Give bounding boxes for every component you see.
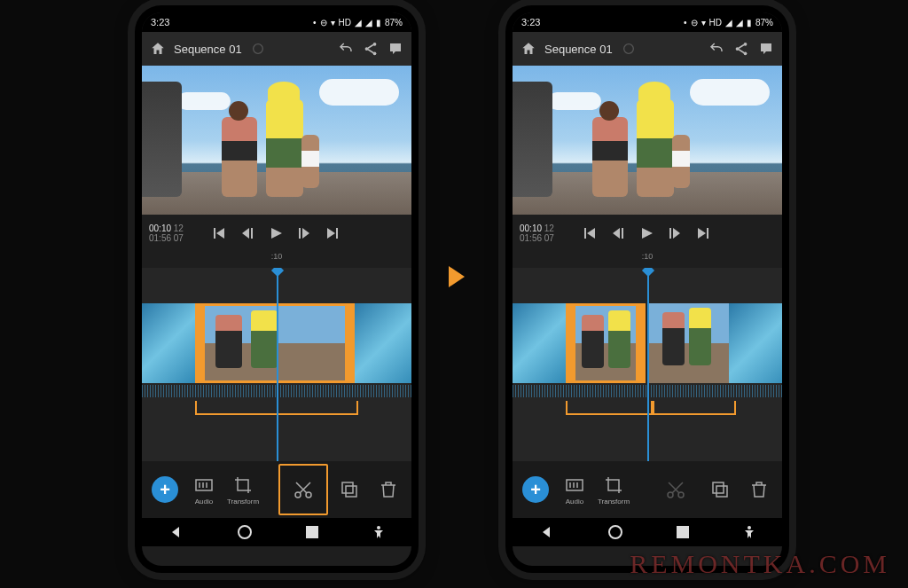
- nav-accessibility-icon[interactable]: [743, 525, 755, 539]
- step-fwd-icon[interactable]: [667, 225, 683, 241]
- dnd-icon: ⊖: [691, 18, 698, 27]
- timeline[interactable]: [513, 268, 782, 461]
- clip-2a-selected[interactable]: [566, 303, 646, 383]
- svg-point-9: [239, 526, 251, 538]
- playback-controls: 00:10 12 01:56 07: [513, 215, 782, 252]
- playback-controls: 00:10 12 01:56 07: [142, 215, 411, 252]
- nav-home-icon[interactable]: [237, 524, 253, 540]
- video-preview[interactable]: [513, 66, 782, 215]
- nav-accessibility-icon[interactable]: [372, 525, 385, 539]
- status-time: 3:23: [521, 17, 540, 27]
- svg-rect-16: [567, 480, 583, 490]
- undo-icon[interactable]: [337, 40, 355, 58]
- timeline[interactable]: [142, 268, 411, 461]
- share-icon[interactable]: [362, 40, 380, 58]
- transition-arrow-icon: [449, 266, 465, 287]
- svg-rect-10: [306, 526, 318, 538]
- nav-recent-icon[interactable]: [677, 526, 689, 538]
- duplicate-tool[interactable]: [332, 466, 367, 514]
- transform-tool[interactable]: Transform: [596, 466, 631, 514]
- phone-before: 3:23 • ⊖ ▾ HD ◢ ◢ ▮ 87% Sequence 01 00:1…: [135, 5, 419, 573]
- android-navbar: [513, 518, 782, 546]
- clip-range-bracket-a: [566, 401, 653, 415]
- battery-pct: 87%: [755, 18, 773, 27]
- split-tool-disabled: [653, 466, 699, 514]
- signal-icon: ◢: [725, 18, 732, 27]
- add-button[interactable]: +: [147, 466, 183, 514]
- step-back-icon[interactable]: [239, 225, 255, 241]
- timeline-ruler: :10: [513, 252, 782, 268]
- nav-back-icon[interactable]: [539, 525, 553, 539]
- skip-end-icon[interactable]: [695, 225, 711, 241]
- audio-tool[interactable]: Audio: [557, 466, 592, 514]
- comment-icon[interactable]: [757, 40, 775, 58]
- wifi-icon: ▾: [701, 18, 706, 27]
- clip-handle-right[interactable]: [345, 306, 352, 380]
- sequence-title[interactable]: Sequence 01: [174, 43, 242, 56]
- clip-1[interactable]: [142, 303, 195, 383]
- home-icon[interactable]: [520, 40, 537, 58]
- clip-2-selected[interactable]: [195, 303, 355, 383]
- timeline-ruler: :10: [142, 252, 411, 268]
- svg-rect-8: [346, 486, 356, 497]
- skip-start-icon[interactable]: [582, 225, 598, 241]
- signal2-icon: ◢: [365, 18, 372, 27]
- hd-label: HD: [709, 18, 722, 27]
- clip-handle-right[interactable]: [636, 306, 643, 380]
- svg-rect-20: [716, 486, 727, 497]
- hd-label: HD: [339, 18, 351, 27]
- playhead[interactable]: [277, 268, 278, 461]
- clip-handle-left[interactable]: [198, 306, 205, 380]
- split-tool-highlighted[interactable]: [278, 464, 328, 515]
- clip-3[interactable]: [355, 303, 411, 383]
- nav-home-icon[interactable]: [607, 524, 623, 540]
- clip-2b[interactable]: [649, 303, 729, 383]
- dnd-icon: ⊖: [320, 18, 327, 27]
- svg-rect-22: [677, 526, 689, 538]
- play-icon[interactable]: [638, 225, 654, 241]
- skip-start-icon[interactable]: [211, 225, 227, 241]
- signal2-icon: ◢: [736, 18, 743, 27]
- home-icon[interactable]: [149, 40, 167, 58]
- skip-end-icon[interactable]: [325, 225, 340, 241]
- duplicate-tool[interactable]: [702, 466, 738, 514]
- status-bar: 3:23 • ⊖ ▾ HD ◢ ◢ ▮ 87%: [513, 12, 782, 32]
- bottom-toolbar: + Audio Transform: [513, 461, 782, 518]
- svg-rect-19: [713, 482, 724, 493]
- add-button[interactable]: +: [518, 466, 553, 514]
- wifi-icon: ▾: [331, 18, 335, 27]
- battery-icon: ▮: [747, 18, 752, 27]
- nav-recent-icon[interactable]: [306, 526, 318, 538]
- svg-point-23: [748, 526, 751, 529]
- sequence-title[interactable]: Sequence 01: [544, 43, 613, 56]
- video-preview[interactable]: [142, 66, 411, 215]
- nav-back-icon[interactable]: [168, 525, 183, 539]
- comment-icon[interactable]: [387, 40, 404, 58]
- battery-icon: ▮: [376, 18, 381, 27]
- battery-pct: 87%: [385, 18, 403, 27]
- svg-rect-4: [196, 480, 212, 490]
- step-back-icon[interactable]: [610, 225, 626, 241]
- share-icon[interactable]: [732, 40, 750, 58]
- watermark: REMONTKA.COM: [630, 549, 890, 579]
- clip-3[interactable]: [729, 303, 782, 383]
- phone-after: 3:23 • ⊖ ▾ HD ◢ ◢ ▮ 87% Sequence 01 00:1…: [505, 5, 789, 573]
- play-icon[interactable]: [268, 225, 284, 241]
- playhead[interactable]: [647, 268, 649, 461]
- transform-tool[interactable]: Transform: [225, 466, 261, 514]
- delete-tool[interactable]: [371, 466, 406, 514]
- step-fwd-icon[interactable]: [296, 225, 312, 241]
- svg-point-11: [377, 526, 380, 529]
- clip-1[interactable]: [513, 303, 566, 383]
- time-display: 00:10 12 01:56 07: [149, 223, 184, 243]
- android-navbar: [142, 518, 411, 546]
- clip-handle-left[interactable]: [568, 306, 575, 380]
- signal-icon: ◢: [355, 18, 362, 27]
- delete-tool[interactable]: [741, 466, 777, 514]
- loading-icon: [249, 40, 267, 58]
- loading-icon: [620, 40, 638, 58]
- audio-tool[interactable]: Audio: [186, 466, 222, 514]
- undo-icon[interactable]: [708, 40, 725, 58]
- time-display: 00:10 12 01:56 07: [520, 223, 554, 243]
- app-bar: Sequence 01: [513, 32, 782, 66]
